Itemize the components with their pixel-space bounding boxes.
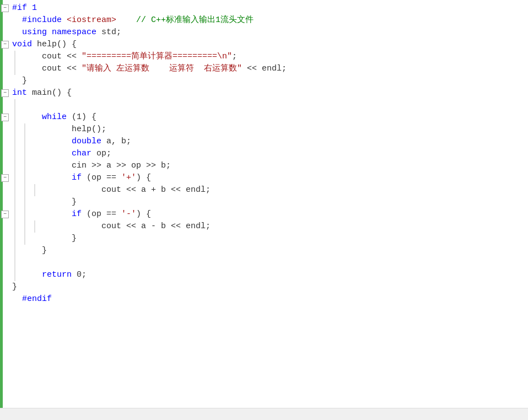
gutter-cell (0, 257, 10, 269)
fold-line (20, 136, 30, 148)
code-segment: namespace (52, 28, 96, 37)
code-segment: help() { (32, 40, 77, 49)
gutter-cell (0, 63, 10, 75)
code-line: } (0, 233, 528, 245)
fold-line (20, 123, 30, 136)
code-line: −int main() { (0, 87, 528, 99)
code-line (0, 99, 528, 111)
code-segment: << (67, 64, 77, 73)
code-line: } (0, 245, 528, 257)
fold-line (10, 233, 20, 245)
code-segment: #include (12, 15, 67, 25)
fold-line (10, 63, 20, 75)
code-text: double a, b; (30, 136, 528, 148)
code-line: #include <iostream> // C++标准输入输出1流头文件 (0, 14, 528, 26)
gutter-cell (0, 75, 10, 87)
fold-line (20, 184, 30, 196)
code-segment: #endif (12, 294, 52, 304)
code-segment: << endl; (242, 64, 287, 73)
fold-line (10, 269, 20, 281)
gutter-cell (0, 293, 10, 305)
fold-line (10, 136, 20, 148)
gutter-cell: − (0, 39, 10, 51)
code-text: #include <iostream> // C++标准输入输出1流头文件 (10, 14, 528, 26)
code-segment: } (32, 234, 77, 243)
code-segment: "=========简单计算器=========\n" (77, 52, 232, 61)
code-segment: cout << a - b << endl; (42, 222, 211, 231)
gutter-cell (0, 51, 10, 63)
code-segment: 0; (72, 270, 87, 279)
fold-line (10, 148, 20, 160)
code-text: return 0; (20, 269, 528, 281)
code-segment: (op == (82, 173, 121, 182)
fold-line (10, 257, 20, 269)
code-line: using namespace std; (0, 26, 528, 39)
fold-button[interactable]: − (1, 4, 9, 12)
fold-line (10, 208, 20, 220)
code-text: cin >> a >> op >> b; (30, 160, 528, 172)
code-text: } (10, 281, 528, 293)
gutter-cell: − (0, 2, 10, 14)
code-line: #endif (0, 293, 528, 305)
code-segment: cout (22, 64, 67, 73)
code-segment: void (12, 40, 32, 49)
code-segment: ) { (136, 209, 151, 219)
code-segment: '-' (121, 209, 136, 219)
gutter-cell: − (0, 111, 10, 123)
code-text (20, 99, 528, 111)
fold-button[interactable]: − (1, 114, 9, 121)
fold-line (10, 196, 20, 208)
code-line: −#if 1 (0, 2, 528, 14)
gutter-cell (0, 196, 10, 208)
code-text: help(); (30, 123, 528, 136)
code-segment (32, 173, 72, 182)
code-segment: main() { (27, 88, 72, 98)
code-text: while (1) { (20, 111, 528, 123)
code-segment: '+' (121, 173, 136, 182)
code-text: cout << "请输入 左运算数 运算符 右运算数" << endl; (20, 63, 528, 75)
code-segment (32, 209, 72, 219)
code-segment: ) { (136, 173, 151, 182)
code-line (0, 257, 528, 269)
code-line: − if (op == '+') { (0, 172, 528, 184)
code-line: cout << a + b << endl; (0, 184, 528, 196)
fold-line (10, 220, 20, 233)
code-line: −void help() { (0, 39, 528, 51)
code-segment: } (12, 76, 27, 85)
fold-line (10, 184, 20, 196)
gutter-cell (0, 269, 10, 281)
fold-button[interactable]: − (1, 174, 9, 182)
gutter-cell (0, 14, 10, 26)
fold-line (10, 160, 20, 172)
code-text: } (10, 75, 528, 87)
code-line: help(); (0, 123, 528, 136)
code-segment: (1) { (67, 112, 96, 122)
gutter-cell (0, 99, 10, 111)
code-text: int main() { (10, 87, 528, 99)
code-line: cin >> a >> op >> b; (0, 160, 528, 172)
gutter-cell (0, 26, 10, 39)
code-segment: } (12, 282, 17, 292)
fold-button[interactable]: − (1, 89, 9, 97)
gutter-cell (0, 281, 10, 293)
code-line: cout << "请输入 左运算数 运算符 右运算数" << endl; (0, 63, 528, 75)
code-text: if (op == '+') { (30, 172, 528, 184)
code-segment: ; (232, 52, 237, 61)
code-segment: char (72, 149, 91, 158)
code-segment: a, b; (101, 137, 131, 146)
code-segment (47, 28, 52, 37)
fold-line (10, 245, 20, 257)
code-line: } (0, 75, 528, 87)
code-segment: if (72, 209, 82, 219)
fold-button[interactable]: − (1, 211, 9, 218)
fold-line (30, 184, 40, 196)
gutter-cell (0, 245, 10, 257)
code-segment: std; (96, 28, 121, 37)
code-segment: } (32, 197, 77, 207)
code-segment: cout << a + b << endl; (42, 185, 211, 195)
code-line: return 0; (0, 269, 528, 281)
code-area[interactable]: −#if 1 #include <iostream> // C++标准输入输出1… (0, 0, 528, 308)
fold-button[interactable]: − (1, 41, 9, 49)
fold-line (10, 99, 20, 111)
code-segment: help(); (32, 125, 106, 134)
